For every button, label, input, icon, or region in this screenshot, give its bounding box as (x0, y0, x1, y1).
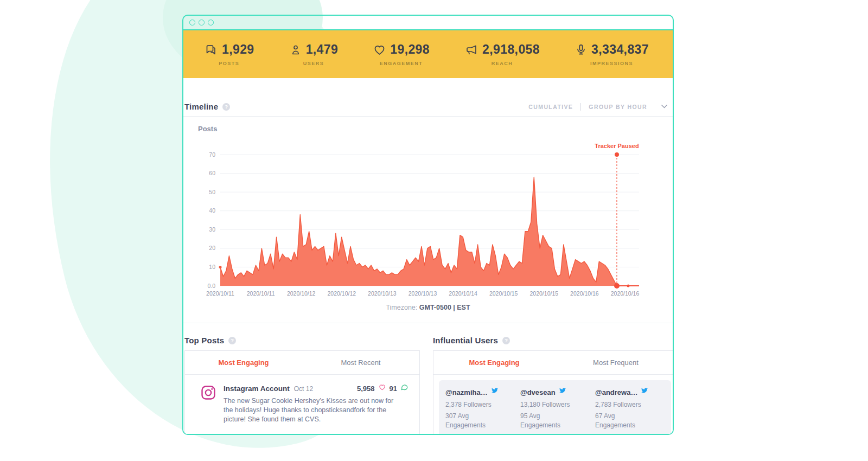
svg-text:2020/10/16: 2020/10/16 (570, 290, 599, 297)
stat-reach: 2,918,058 REACH (464, 42, 540, 66)
svg-text:2020/10/11: 2020/10/11 (247, 290, 275, 297)
user-followers: 2,783 Followers (595, 400, 656, 409)
traffic-light-icon[interactable] (199, 20, 205, 25)
user-avg-engagements: 67 Avg Engagements (595, 412, 656, 430)
post-likes-count: 5,958 (357, 385, 375, 393)
tab-most-frequent[interactable]: Most Frequent (555, 351, 674, 374)
tab-most-engaging[interactable]: Most Engaging (433, 351, 555, 374)
summary-stats-bar: 1,929 POSTS 1,479 USERS (183, 30, 673, 78)
influential-user[interactable]: @dvesean 13,180 Followers 95 Avg Engagem… (520, 388, 590, 435)
cumulative-toggle[interactable]: CUMULATIVE (528, 104, 573, 110)
stat-label: IMPRESSIONS (590, 61, 633, 66)
influential-users-card: Most Engaging Most Frequent @nazmiha… 2,… (433, 350, 674, 435)
page-background: 1,929 POSTS 1,479 USERS (0, 0, 868, 461)
window-titlebar (183, 16, 673, 30)
svg-text:40: 40 (209, 207, 215, 214)
svg-text:Tracker Paused: Tracker Paused (595, 143, 639, 149)
user-handle[interactable]: @dvesean (520, 388, 556, 396)
twitter-icon (640, 387, 648, 394)
controls-divider (580, 103, 581, 111)
user-icon (289, 43, 302, 56)
chevron-down-icon[interactable] (661, 105, 667, 108)
svg-text:2020/10/12: 2020/10/12 (287, 290, 316, 297)
svg-text:70: 70 (209, 151, 215, 158)
help-icon[interactable]: ? (222, 103, 230, 111)
tab-most-recent[interactable]: Most Recent (302, 351, 419, 374)
influential-user[interactable]: @andrewa… 2,783 Followers 67 Avg Engagem… (595, 388, 665, 435)
twitter-icon (490, 387, 499, 394)
timezone-prefix: Timezone: (386, 304, 417, 311)
svg-text:2020/10/11: 2020/10/11 (206, 290, 234, 297)
influential-users-section: Influential Users ? Most Engaging Most F… (433, 336, 674, 435)
stat-value: 2,918,058 (482, 42, 540, 57)
svg-text:2020/10/15: 2020/10/15 (530, 290, 559, 297)
post-comments-count: 91 (390, 385, 397, 393)
help-icon[interactable]: ? (228, 337, 236, 344)
svg-text:50: 50 (209, 189, 215, 195)
svg-text:2020/10/15: 2020/10/15 (489, 290, 518, 297)
tab-most-engaging[interactable]: Most Engaging (185, 351, 302, 374)
timeline-chart[interactable]: 0.0102030405060702020/10/112020/10/11202… (189, 139, 666, 302)
stat-value: 1,929 (222, 42, 254, 57)
divider (183, 323, 673, 323)
stat-posts: 1,929 POSTS (204, 42, 254, 66)
stat-label: USERS (303, 61, 324, 66)
user-avg-engagements: 307 Avg Engagements (445, 412, 506, 430)
stat-value: 1,479 (306, 42, 339, 57)
timezone-value: GMT-0500 | EST (419, 304, 470, 311)
stat-impressions: 3,334,837 IMPRESSIONS (575, 42, 649, 66)
influential-users-title: Influential Users (433, 336, 498, 345)
group-by-hour-dropdown[interactable]: GROUP BY HOUR (589, 104, 647, 110)
chart-y-axis-title: Posts (198, 125, 673, 133)
timezone-note: Timezone: GMT-0500 | EST (183, 304, 673, 311)
svg-text:2020/10/14: 2020/10/14 (449, 290, 477, 297)
top-posts-card: Most Engaging Most Recent (184, 350, 420, 435)
heart-icon (378, 383, 386, 393)
svg-text:10: 10 (209, 264, 215, 270)
user-handle[interactable]: @nazmiha… (445, 388, 488, 396)
user-followers: 2,378 Followers (445, 400, 506, 409)
svg-text:2020/10/13: 2020/10/13 (368, 290, 397, 297)
window-content: 1,929 POSTS 1,479 USERS (183, 30, 673, 434)
stat-value: 3,334,837 (591, 42, 649, 57)
stat-engagement: 19,298 ENGAGEMENT (373, 42, 430, 66)
stat-label: POSTS (219, 61, 239, 66)
post-text: The new Sugar Cookie Hershey’s Kisses ar… (224, 396, 398, 424)
twitter-icon (558, 387, 566, 394)
megaphone-icon (464, 43, 478, 56)
divider (183, 116, 673, 117)
chat-bubbles-icon (204, 43, 218, 56)
browser-window: 1,929 POSTS 1,479 USERS (182, 15, 674, 435)
svg-text:0.0: 0.0 (207, 283, 215, 289)
post-date: Oct 12 (294, 385, 313, 393)
traffic-light-icon[interactable] (189, 20, 195, 25)
top-posts-section: Top Posts ? Most Engaging Most Recent (184, 336, 420, 435)
post-account-name[interactable]: Instagram Account (224, 385, 290, 393)
microphone-icon (575, 43, 588, 56)
influential-users-panel: @nazmiha… 2,378 Followers 307 Avg Engage… (439, 380, 671, 435)
svg-text:2020/10/12: 2020/10/12 (328, 290, 356, 297)
stat-users: 1,479 USERS (289, 42, 339, 66)
comment-bubble-icon (400, 383, 409, 393)
svg-text:60: 60 (209, 170, 215, 176)
top-posts-title: Top Posts (184, 336, 224, 345)
user-followers: 13,180 Followers (520, 400, 581, 409)
user-avg-engagements: 95 Avg Engagements (520, 412, 581, 430)
stat-value: 19,298 (390, 42, 430, 57)
timeline-header: Timeline ? CUMULATIVE GROUP BY HOUR (183, 102, 673, 111)
help-icon[interactable]: ? (502, 337, 510, 344)
top-post-item[interactable]: Instagram Account Oct 12 5,958 (185, 375, 419, 424)
user-handle[interactable]: @andrewa… (595, 388, 637, 396)
stat-label: ENGAGEMENT (380, 61, 423, 66)
svg-text:30: 30 (209, 226, 215, 233)
influential-user[interactable]: @nazmiha… 2,378 Followers 307 Avg Engage… (445, 388, 515, 435)
svg-text:2020/10/16: 2020/10/16 (611, 290, 640, 297)
svg-text:2020/10/13: 2020/10/13 (409, 290, 437, 297)
stat-label: REACH (492, 61, 513, 66)
heart-icon (373, 43, 386, 56)
instagram-icon (200, 385, 216, 424)
svg-text:20: 20 (209, 245, 215, 251)
traffic-light-icon[interactable] (208, 20, 214, 25)
timeline-title: Timeline (184, 102, 218, 111)
